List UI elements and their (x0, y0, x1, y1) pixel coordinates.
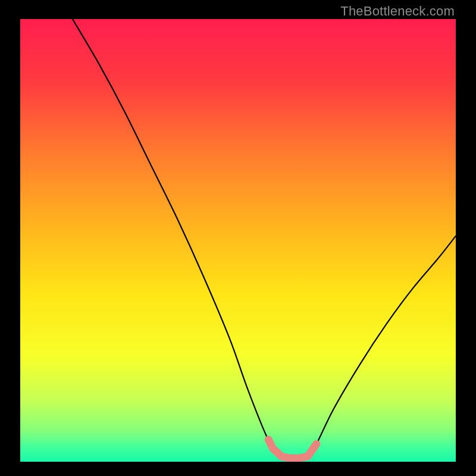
optimal-range-highlight (268, 440, 317, 458)
curve-layer (20, 19, 456, 462)
watermark-text: TheBottleneck.com (340, 4, 455, 19)
plot-area (20, 19, 456, 462)
chart-frame: TheBottleneck.com (0, 0, 476, 476)
bottleneck-curve (73, 19, 456, 458)
